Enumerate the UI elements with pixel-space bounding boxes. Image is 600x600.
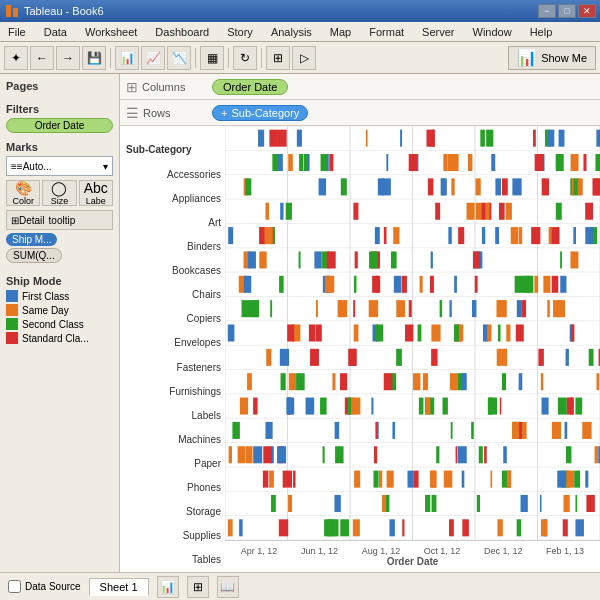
row-label-3: Binders	[124, 236, 225, 256]
show-me-button[interactable]: 📊 Show Me	[508, 46, 596, 70]
columns-orderdate-pill[interactable]: Order Date	[212, 79, 288, 95]
standard-class-label: Standard Cla...	[22, 333, 89, 344]
gantt-chart[interactable]	[225, 126, 600, 540]
new-sheet-btn[interactable]: 📊	[157, 576, 179, 598]
menu-map[interactable]: Map	[326, 25, 355, 39]
marks-detail-btn[interactable]: ⊞ Detail tooltip	[6, 210, 113, 230]
toolbar-data[interactable]: 📊	[115, 46, 139, 70]
marks-dropdown-arrow: ▾	[103, 161, 108, 172]
marks-grid: 🎨 Color ◯ Size Abc Labe	[6, 180, 113, 206]
menu-story[interactable]: Story	[223, 25, 257, 39]
toolbar-save[interactable]: 💾	[82, 46, 106, 70]
marks-tooltip-label: tooltip	[49, 215, 76, 226]
maximize-button[interactable]: □	[558, 4, 576, 18]
legend-standard-class: Standard Cla...	[6, 332, 113, 344]
marks-size-label: Size	[51, 196, 69, 206]
toolbar-filter[interactable]: ⊞	[266, 46, 290, 70]
close-button[interactable]: ✕	[578, 4, 596, 18]
subcategory-header: Sub-Category	[124, 144, 225, 160]
main-area: Pages Filters Order Date Marks ≡≡ Auto..…	[0, 74, 600, 572]
x-tick-1: Jun 1, 12	[301, 546, 338, 556]
row-label-14: Storage	[124, 502, 225, 522]
filters-section: Filters Order Date	[6, 103, 113, 133]
row-label-13: Phones	[124, 478, 225, 498]
sheet1-tab[interactable]: Sheet 1	[89, 578, 149, 596]
toolbar-new[interactable]: ✦	[4, 46, 28, 70]
minimize-button[interactable]: −	[538, 4, 556, 18]
x-tick-3: Oct 1, 12	[424, 546, 461, 556]
rows-subcategory-pill[interactable]: + Sub-Category	[212, 105, 308, 121]
toolbar-chart2[interactable]: 📉	[167, 46, 191, 70]
filter-orderdate[interactable]: Order Date	[6, 118, 113, 133]
row-label-2: Art	[124, 212, 225, 232]
row-label-10: Labels	[124, 405, 225, 425]
toolbar-refresh[interactable]: ↻	[233, 46, 257, 70]
menu-window[interactable]: Window	[469, 25, 516, 39]
second-class-label: Second Class	[22, 319, 84, 330]
row-label-12: Paper	[124, 453, 225, 473]
toolbar-bar[interactable]: ▦	[200, 46, 224, 70]
menu-format[interactable]: Format	[365, 25, 408, 39]
rows-pill-label: Sub-Category	[231, 107, 299, 119]
same-day-label: Same Day	[22, 305, 69, 316]
ship-mode-pill[interactable]: Ship M...	[6, 233, 57, 246]
marks-type-dropdown[interactable]: ≡≡ Auto... ▾	[6, 156, 113, 176]
x-axis: Apr 1, 12 Jun 1, 12 Aug 1, 12 Oct 1, 12 …	[225, 540, 600, 572]
datasource-checkbox[interactable]	[8, 580, 21, 593]
marks-label-btn[interactable]: Abc Labe	[79, 180, 113, 206]
datasource-label: Data Source	[25, 581, 81, 592]
new-dashboard-btn[interactable]: ⊞	[187, 576, 209, 598]
x-tick-0: Apr 1, 12	[241, 546, 278, 556]
menu-help[interactable]: Help	[526, 25, 557, 39]
row-label-16: Tables	[124, 550, 225, 570]
menu-dashboard[interactable]: Dashboard	[151, 25, 213, 39]
marks-size-btn[interactable]: ◯ Size	[42, 180, 76, 206]
row-label-8: Fasteners	[124, 357, 225, 377]
menu-data[interactable]: Data	[40, 25, 71, 39]
app-icon	[4, 3, 20, 19]
window-controls: − □ ✕	[538, 4, 596, 18]
toolbar-sep1	[110, 48, 111, 68]
toolbar-back[interactable]: ←	[30, 46, 54, 70]
row-label-6: Copiers	[124, 309, 225, 329]
row-label-4: Bookcases	[124, 261, 225, 281]
first-class-color	[6, 290, 18, 302]
same-day-color	[6, 304, 18, 316]
first-class-label: First Class	[22, 291, 69, 302]
toolbar-forward[interactable]: →	[56, 46, 80, 70]
status-bar: Data Source Sheet 1 📊 ⊞ 📖	[0, 572, 600, 600]
sidebar: Pages Filters Order Date Marks ≡≡ Auto..…	[0, 74, 120, 572]
x-tick-4: Dec 1, 12	[484, 546, 523, 556]
pages-title: Pages	[6, 80, 113, 92]
columns-text: Columns	[142, 81, 185, 93]
show-me-icon: 📊	[517, 48, 537, 67]
x-axis-label: Order Date	[225, 556, 600, 567]
legend-second-class: Second Class	[6, 318, 113, 330]
row-label-5: Chairs	[124, 285, 225, 305]
marks-dropdown-label: Auto...	[23, 161, 52, 172]
legend-first-class: First Class	[6, 290, 113, 302]
toolbar-chart1[interactable]: 📈	[141, 46, 165, 70]
marks-detail-label: Detail	[19, 215, 45, 226]
new-story-btn[interactable]: 📖	[217, 576, 239, 598]
columns-label: ⊞ Columns	[126, 79, 206, 95]
color-icon: 🎨	[15, 180, 32, 196]
marks-title: Marks	[6, 141, 113, 153]
marks-color-btn[interactable]: 🎨 Color	[6, 180, 40, 206]
row-label-11: Machines	[124, 429, 225, 449]
svg-rect-1	[13, 8, 18, 17]
menu-server[interactable]: Server	[418, 25, 458, 39]
menu-analysis[interactable]: Analysis	[267, 25, 316, 39]
x-tick-5: Feb 1, 13	[546, 546, 584, 556]
x-ticks: Apr 1, 12 Jun 1, 12 Aug 1, 12 Oct 1, 12 …	[225, 546, 600, 556]
marks-color-label: Color	[12, 196, 34, 206]
menu-worksheet[interactable]: Worksheet	[81, 25, 141, 39]
row-label-0: Accessories	[124, 164, 225, 184]
row-labels: Sub-Category Accessories Appliances Art …	[120, 126, 225, 572]
x-tick-2: Aug 1, 12	[362, 546, 401, 556]
menu-file[interactable]: File	[4, 25, 30, 39]
sum-quantity-pill[interactable]: SUM(Q...	[6, 248, 62, 263]
datasource-check: Data Source	[8, 580, 81, 593]
toolbar-play[interactable]: ▷	[292, 46, 316, 70]
title-bar: Tableau - Book6 − □ ✕	[0, 0, 600, 22]
